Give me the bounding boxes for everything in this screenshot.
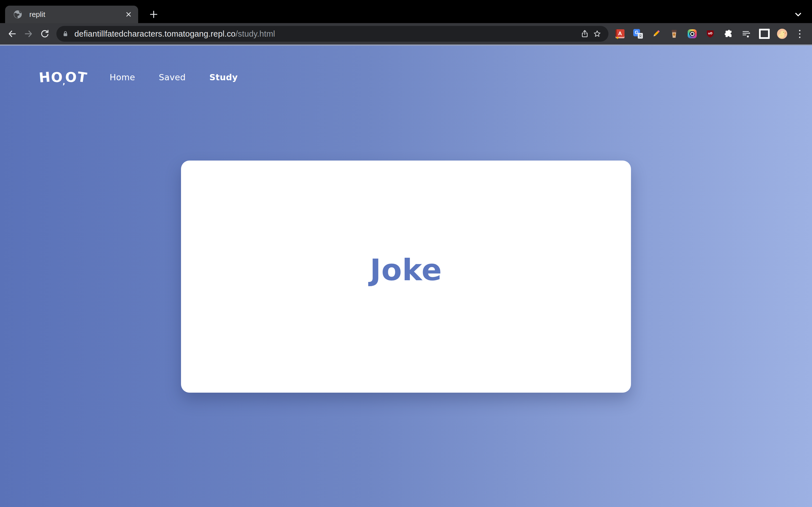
tab-strip: replit (0, 0, 812, 23)
webpage: HO,OT Home Saved Study Joke (0, 46, 812, 507)
url-text: defiantillfatedcharacters.tomatogang.rep… (74, 29, 578, 39)
side-panel-icon[interactable] (759, 29, 770, 39)
book-letter: A (618, 31, 622, 36)
chevron-down-icon[interactable] (792, 8, 805, 21)
dictionary-book-icon[interactable]: A (615, 29, 625, 39)
duck-avatar[interactable] (777, 29, 787, 39)
coffee-cup-icon[interactable] (669, 29, 679, 39)
browser-tab[interactable]: replit (5, 6, 138, 23)
extensions-row: A G (615, 29, 805, 39)
address-bar[interactable]: defiantillfatedcharacters.tomatogang.rep… (56, 26, 608, 42)
logo-letter: O (65, 69, 78, 86)
flashcard-word: Joke (370, 252, 442, 287)
globe-icon (13, 10, 22, 19)
three-dot-menu-icon[interactable] (795, 29, 805, 39)
translate-icon[interactable]: G (633, 29, 644, 39)
tab-title: replit (29, 10, 123, 19)
logo-letter: O (51, 69, 64, 85)
logo-letter: H (38, 69, 52, 86)
site-header: HO,OT Home Saved Study (0, 46, 812, 85)
flashcard[interactable]: Joke (181, 161, 631, 393)
browser-toolbar: defiantillfatedcharacters.tomatogang.rep… (0, 23, 812, 45)
tab-close-icon[interactable] (123, 9, 134, 19)
ublock-letters: uO (708, 32, 712, 35)
browser-window: replit (0, 0, 812, 507)
puzzle-extensions-icon[interactable] (723, 29, 733, 39)
url-domain: defiantillfatedcharacters.tomatogang.rep… (74, 29, 236, 38)
star-icon[interactable] (591, 27, 603, 40)
media-queue-icon[interactable] (741, 29, 752, 39)
lock-icon (61, 30, 69, 38)
site-logo[interactable]: HO,OT (39, 69, 88, 85)
back-icon[interactable] (4, 25, 20, 42)
url-path: /study.html (236, 29, 275, 38)
logo-letter: T (77, 69, 89, 86)
nav-study[interactable]: Study (209, 72, 238, 82)
pencil-icon[interactable] (651, 29, 661, 39)
nav-saved[interactable]: Saved (159, 72, 186, 82)
photo-camera-icon[interactable] (687, 29, 698, 39)
forward-icon[interactable] (20, 25, 37, 42)
share-icon[interactable] (578, 27, 591, 40)
site-nav: Home Saved Study (110, 72, 262, 82)
reload-icon[interactable] (37, 25, 53, 42)
new-tab-button[interactable] (147, 7, 161, 21)
ublock-shield-icon[interactable]: uO (705, 29, 716, 39)
nav-home[interactable]: Home (110, 72, 135, 82)
